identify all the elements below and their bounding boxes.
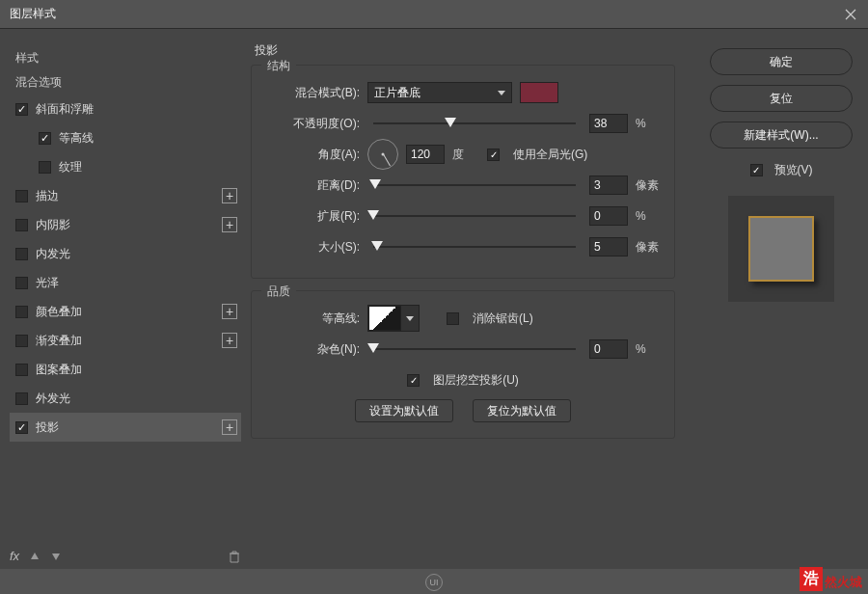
style-item-outer-glow[interactable]: 外发光 <box>10 384 241 413</box>
titlebar: 图层样式 <box>0 0 868 29</box>
reset-default-button[interactable]: 复位为默认值 <box>473 399 571 422</box>
checkbox-icon[interactable] <box>15 421 28 434</box>
style-label: 渐变叠加 <box>36 333 235 349</box>
angle-input[interactable]: 120 <box>406 145 445 164</box>
style-item-inner-shadow[interactable]: 内阴影 + <box>10 210 241 239</box>
window-title: 图层样式 <box>10 6 843 22</box>
quality-legend: 品质 <box>261 284 296 300</box>
contour-label: 等高线: <box>263 310 360 327</box>
style-item-inner-glow[interactable]: 内发光 <box>10 239 241 268</box>
spread-slider[interactable] <box>373 206 576 226</box>
corner-logo-red: 浩 <box>800 567 823 591</box>
style-label: 颜色叠加 <box>36 304 235 320</box>
contour-picker[interactable] <box>367 305 420 332</box>
checkbox-icon[interactable] <box>15 392 28 405</box>
global-light-label: 使用全局光(G) <box>513 147 587 163</box>
style-item-contour[interactable]: 等高线 <box>10 123 241 152</box>
preview-checkbox[interactable] <box>750 164 763 176</box>
noise-input[interactable]: 0 <box>589 339 628 359</box>
spread-label: 扩展(R): <box>263 208 360 225</box>
main: 样式 混合选项 斜面和浮雕 等高线 纹理 描边 + 内阴影 + 内发光 <box>0 29 868 569</box>
add-icon[interactable]: + <box>222 304 237 319</box>
antialias-checkbox[interactable] <box>447 312 459 325</box>
style-item-stroke[interactable]: 描边 + <box>10 181 241 210</box>
arrow-up-icon[interactable] <box>29 551 41 562</box>
options-panel: 投影 结构 混合模式(B): 正片叠底 不透明度(O): 38 % 角度(A):… <box>251 29 694 569</box>
styles-header[interactable]: 样式 <box>10 46 241 70</box>
opacity-unit: % <box>636 117 663 130</box>
noise-row: 杂色(N): 0 % <box>263 334 663 364</box>
style-label: 光泽 <box>36 275 235 291</box>
checkbox-icon[interactable] <box>39 132 51 145</box>
blend-mode-select[interactable]: 正片叠底 <box>367 82 512 103</box>
corner-logo-text: 然火城 <box>825 574 862 591</box>
checkbox-icon[interactable] <box>15 248 28 260</box>
angle-row: 角度(A): 120 度 使用全局光(G) <box>263 139 663 170</box>
style-label: 描边 <box>36 188 235 204</box>
opacity-slider[interactable] <box>373 114 576 133</box>
opacity-value: 38 <box>594 117 607 130</box>
style-item-drop-shadow[interactable]: 投影 + <box>10 413 241 442</box>
chevron-down-icon[interactable] <box>401 306 419 331</box>
style-item-gradient-overlay[interactable]: 渐变叠加 + <box>10 326 241 355</box>
style-label: 纹理 <box>59 159 235 176</box>
add-icon[interactable]: + <box>222 188 237 203</box>
checkbox-icon[interactable] <box>15 219 28 231</box>
blend-mode-value: 正片叠底 <box>374 85 420 101</box>
new-style-button[interactable]: 新建样式(W)... <box>710 122 853 148</box>
noise-slider[interactable] <box>373 339 576 359</box>
close-icon[interactable] <box>843 7 858 22</box>
checkbox-icon[interactable] <box>15 190 28 202</box>
style-label: 等高线 <box>59 130 235 147</box>
style-label: 投影 <box>36 419 235 436</box>
styles-footer: fx <box>10 549 241 563</box>
style-label: 内发光 <box>36 246 235 262</box>
checkbox-icon[interactable] <box>15 103 28 116</box>
contour-thumb-icon <box>368 306 401 331</box>
style-item-satin[interactable]: 光泽 <box>10 268 241 297</box>
arrow-down-icon[interactable] <box>50 551 62 562</box>
set-default-button[interactable]: 设置为默认值 <box>355 399 453 422</box>
style-label: 外发光 <box>36 391 235 407</box>
checkbox-icon[interactable] <box>15 277 28 289</box>
checkbox-icon[interactable] <box>39 161 51 174</box>
size-row: 大小(S): 5 像素 <box>263 231 663 262</box>
spread-unit: % <box>636 209 663 223</box>
spread-input[interactable]: 0 <box>589 206 628 226</box>
reset-button[interactable]: 复位 <box>710 85 853 112</box>
add-icon[interactable]: + <box>222 333 237 348</box>
opacity-label: 不透明度(O): <box>263 116 360 132</box>
trash-icon[interactable] <box>228 550 241 563</box>
size-unit: 像素 <box>636 239 663 256</box>
distance-row: 距离(D): 3 像素 <box>263 170 663 201</box>
add-icon[interactable]: + <box>222 217 237 232</box>
preview-label: 预览(V) <box>774 162 813 178</box>
add-icon[interactable]: + <box>222 419 237 435</box>
checkbox-icon[interactable] <box>15 306 28 318</box>
default-buttons: 设置为默认值 复位为默认值 <box>263 399 663 422</box>
spread-row: 扩展(R): 0 % <box>263 201 663 231</box>
knockout-checkbox[interactable] <box>407 374 420 387</box>
size-input[interactable]: 5 <box>589 237 628 256</box>
spread-value: 0 <box>594 209 601 223</box>
style-item-texture[interactable]: 纹理 <box>10 152 241 181</box>
ok-button[interactable]: 确定 <box>710 48 853 75</box>
watermark-center: UI <box>425 574 443 591</box>
contour-row: 等高线: 消除锯齿(L) <box>263 303 663 334</box>
style-item-pattern-overlay[interactable]: 图案叠加 <box>10 355 241 384</box>
checkbox-icon[interactable] <box>15 364 28 376</box>
distance-slider[interactable] <box>373 176 576 195</box>
fx-menu-icon[interactable]: fx <box>10 549 19 563</box>
antialias-label: 消除锯齿(L) <box>473 310 533 327</box>
global-light-checkbox[interactable] <box>487 148 500 161</box>
blend-options-header[interactable]: 混合选项 <box>10 70 241 94</box>
style-item-bevel[interactable]: 斜面和浮雕 <box>10 94 241 123</box>
checkbox-icon[interactable] <box>15 335 28 347</box>
angle-dial[interactable] <box>367 139 398 170</box>
knockout-label: 图层挖空投影(U) <box>433 372 519 389</box>
size-slider[interactable] <box>373 237 576 256</box>
shadow-color-swatch[interactable] <box>520 82 558 103</box>
opacity-input[interactable]: 38 <box>589 114 628 133</box>
distance-input[interactable]: 3 <box>589 176 628 195</box>
style-item-color-overlay[interactable]: 颜色叠加 + <box>10 297 241 326</box>
